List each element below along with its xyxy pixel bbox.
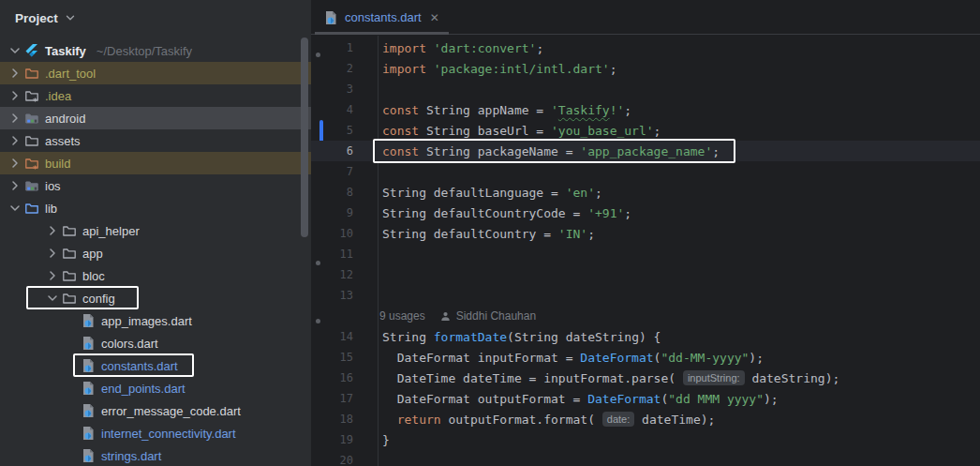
line-number[interactable]: 10 <box>311 227 353 240</box>
line-number[interactable]: 15 <box>311 351 353 364</box>
dart-file-icon <box>81 336 101 351</box>
code-text: DateTime dateTime = inputFormat.parse( i… <box>353 370 980 385</box>
code-line-18[interactable]: 18 return outputFormat.format( date: dat… <box>311 409 980 429</box>
chevron-down-icon <box>64 11 77 24</box>
code-line-5[interactable]: 5const String baseUrl = 'you_base_url'; <box>311 120 980 141</box>
module-icon <box>24 178 45 193</box>
line-number[interactable]: 17 <box>311 392 353 405</box>
line-number[interactable]: 18 <box>311 413 353 426</box>
code-line-20[interactable]: 20 <box>311 450 980 466</box>
code-line-15[interactable]: 15 DateFormat inputFormat = DateFormat("… <box>311 347 980 368</box>
folder-star-excluded-icon <box>24 156 45 171</box>
chevron-right-icon[interactable] <box>43 223 62 238</box>
line-number[interactable]: 20 <box>311 454 353 466</box>
code-line-3[interactable]: 3 <box>311 79 980 99</box>
code-text: } <box>353 433 980 447</box>
chevron-right-icon[interactable] <box>43 246 62 261</box>
tree-item-internet-connectivity[interactable]: internet_connectivity.dart <box>0 422 311 444</box>
chevron-right-icon[interactable] <box>6 178 24 193</box>
line-number[interactable]: 3 <box>311 83 353 96</box>
line-number[interactable]: 9 <box>311 206 353 219</box>
code-text: String formatDate(String dateString) { <box>353 330 980 344</box>
chevron-right-icon[interactable] <box>6 88 24 103</box>
chevron-down-icon[interactable] <box>43 291 62 306</box>
chevron-right-icon[interactable] <box>6 133 24 148</box>
author-hint[interactable]: Siddhi Chauhan <box>439 309 536 323</box>
line-number[interactable]: 14 <box>311 330 353 343</box>
flutter-logo-icon <box>24 43 45 58</box>
author-name: Siddhi Chauhan <box>456 309 536 323</box>
line-number[interactable]: 16 <box>311 371 353 384</box>
project-panel-header[interactable]: Project <box>0 0 311 36</box>
gutter-dot <box>316 319 320 323</box>
code-line-8[interactable]: 8String defaultLanguage = 'en'; <box>311 182 980 203</box>
chevron-right-icon[interactable] <box>6 156 24 171</box>
line-number[interactable]: 1 <box>311 41 353 54</box>
code-text: import 'dart:convert'; <box>353 41 980 55</box>
code-line-2[interactable]: 2import 'package:intl/intl.dart'; <box>311 58 980 79</box>
code-line-19[interactable]: 19} <box>311 429 980 450</box>
code-line-9[interactable]: 9String defaultCountryCode = '+91'; <box>311 203 980 223</box>
chevron-right-icon[interactable] <box>6 66 24 81</box>
line-number[interactable]: 6 <box>311 144 353 158</box>
code-text: import 'package:intl/intl.dart'; <box>353 62 980 76</box>
code-line-12[interactable]: 12 <box>311 264 980 285</box>
code-line-7[interactable]: 7 <box>311 161 980 182</box>
line-number[interactable]: 7 <box>311 165 353 178</box>
tree-item-bloc[interactable]: bloc <box>0 264 311 287</box>
line-number[interactable]: 8 <box>311 186 353 199</box>
tree-item-app-images[interactable]: app_images.dart <box>0 309 311 332</box>
chevron-right-icon[interactable] <box>43 268 62 283</box>
usages-hint[interactable]: 9 usages <box>379 309 425 323</box>
tree-item-assets[interactable]: assets <box>0 129 311 152</box>
line-number[interactable]: 11 <box>311 248 353 261</box>
tree-item-end-points[interactable]: end_points.dart <box>0 377 311 399</box>
dart-file-icon <box>323 10 338 25</box>
code-text: const String baseUrl = 'you_base_url'; <box>353 124 980 138</box>
dart-file-icon <box>81 448 101 463</box>
code-line-6[interactable]: 6const String packageName = 'app_package… <box>311 141 980 161</box>
line-number[interactable]: 19 <box>311 433 353 446</box>
tree-item-strings[interactable]: strings.dart <box>0 444 311 466</box>
tree-item-label: .idea <box>45 89 75 103</box>
tree-item-android[interactable]: android <box>0 107 311 129</box>
tree-item-label: .dart_tool <box>45 67 99 81</box>
code-line-13[interactable]: 13 <box>311 285 980 306</box>
code-line-1[interactable]: 1import 'dart:convert'; <box>311 38 980 58</box>
code-area[interactable]: 1import 'dart:convert';2import 'package:… <box>311 36 980 466</box>
chevron-right-icon[interactable] <box>6 111 24 126</box>
tree-item-taskify[interactable]: Taskify~/Desktop/Taskify <box>0 39 311 62</box>
line-number[interactable]: 12 <box>311 268 353 281</box>
code-line-10[interactable]: 10String defaultCountry = 'IN'; <box>311 223 980 244</box>
tree-item-idea[interactable]: .idea <box>0 84 311 107</box>
code-line-16[interactable]: 16 DateTime dateTime = inputFormat.parse… <box>311 368 980 388</box>
tree-item-ios[interactable]: ios <box>0 174 311 197</box>
tree-item-lib[interactable]: lib <box>0 197 311 219</box>
code-line-4[interactable]: 4const String appName = 'Taskify!'; <box>311 99 980 120</box>
close-icon[interactable]: ✕ <box>428 10 441 25</box>
tree-item-label: end_points.dart <box>101 382 189 396</box>
tree-item-constants[interactable]: constants.dart <box>0 354 311 377</box>
tree-item-app[interactable]: app <box>0 242 311 264</box>
editor-pane: constants.dart ✕ 1import 'dart:convert';… <box>311 0 980 466</box>
tree-item-dart-tool[interactable]: .dart_tool <box>0 62 311 84</box>
code-line-11[interactable]: 11 <box>311 244 980 264</box>
code-line-14[interactable]: 14String formatDate(String dateString) { <box>311 326 980 347</box>
tree-item-error-message-code[interactable]: error_message_code.dart <box>0 399 311 422</box>
line-number[interactable]: 2 <box>311 62 353 75</box>
chevron-down-icon[interactable] <box>6 43 24 58</box>
tree-item-colors[interactable]: colors.dart <box>0 332 311 354</box>
code-text: String defaultLanguage = 'en'; <box>353 186 980 200</box>
folder-icon <box>62 246 82 261</box>
tree-item-config[interactable]: config <box>0 287 311 309</box>
code-line-17[interactable]: 17 DateFormat outputFormat = DateFormat(… <box>311 388 980 409</box>
chevron-down-icon[interactable] <box>6 201 24 216</box>
tree-item-label: build <box>45 157 74 171</box>
line-number[interactable]: 5 <box>311 124 353 137</box>
tree-item-build[interactable]: build <box>0 152 311 174</box>
project-tree-scrollbar[interactable] <box>301 38 308 237</box>
tab-constants-dart[interactable]: constants.dart ✕ <box>311 0 454 35</box>
tree-item-api-helper[interactable]: api_helper <box>0 219 311 242</box>
line-number[interactable]: 13 <box>311 289 353 302</box>
line-number[interactable]: 4 <box>311 103 353 116</box>
